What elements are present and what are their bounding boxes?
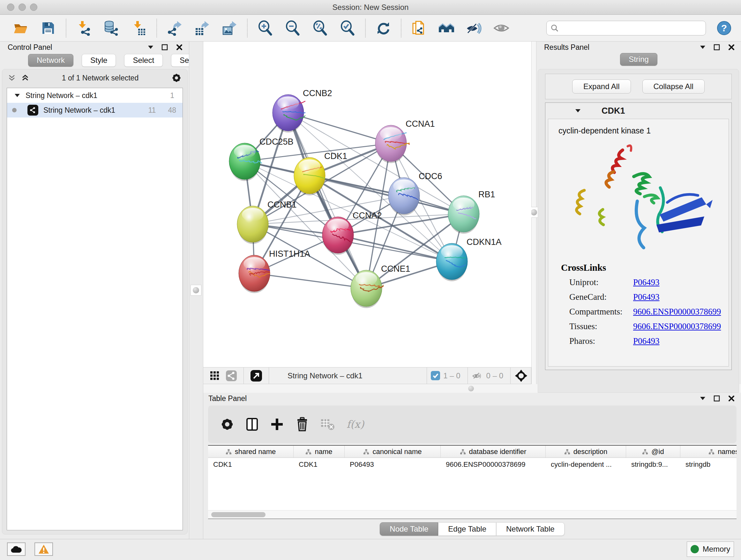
add-column-icon[interactable] [270,417,284,431]
crosslink-value[interactable]: 9606.ENSP00000378699 [633,321,729,331]
column-header-canonical-name[interactable]: canonical name [345,446,441,457]
cloud-status-button[interactable] [7,543,25,556]
save-session-button[interactable] [38,18,58,38]
copy-network-button[interactable] [409,18,429,38]
table-cell[interactable]: stringdb:9... [626,458,680,471]
function-builder-icon[interactable]: f(x) [347,418,364,430]
table-cell[interactable]: CDK1 [208,458,293,471]
node-CCNB2[interactable] [273,95,305,132]
zoom-out-button[interactable] [283,18,302,38]
collapse-all-button[interactable]: Collapse All [643,79,704,94]
search-input[interactable] [561,24,698,32]
table-cell[interactable]: stringdb [680,458,737,471]
table-row[interactable]: CDK1CDK1P064939606.ENSP00000378699cyclin… [208,458,737,471]
tab-edge-table[interactable]: Edge Table [438,522,496,536]
table-settings-gear-icon[interactable] [220,417,234,431]
refresh-layout-button[interactable] [374,18,393,38]
float-panel-icon[interactable] [161,44,168,51]
export-table-button[interactable] [192,18,212,38]
delete-column-trash-icon[interactable] [295,417,309,432]
control-panel-splitter[interactable] [189,42,203,539]
float-panel-icon[interactable] [714,395,720,401]
minimize-window-button[interactable] [18,3,26,11]
node-CDC6[interactable] [388,178,420,215]
splitter-grip[interactable] [468,386,474,391]
node-HIST1H1A[interactable] [239,255,270,293]
columns-icon[interactable] [246,417,259,431]
table-cell[interactable]: cyclin-dependent ... [546,458,626,471]
zoom-fit-button[interactable] [310,18,330,38]
float-panel-icon[interactable] [714,44,720,51]
import-network-button[interactable] [74,18,94,38]
table-cell[interactable]: 9606.ENSP00000378699 [441,458,546,471]
pan-crosshair-icon[interactable] [515,369,528,382]
tab-select[interactable]: Select [124,54,163,67]
crosslink-value[interactable]: 9606.ENSP00000378699 [633,307,729,317]
panel-menu-icon[interactable] [700,397,705,400]
tab-style[interactable]: Style [82,54,116,67]
zoom-selected-button[interactable] [338,18,357,38]
table-cell[interactable]: CDK1 [293,458,345,471]
expand-all-icon[interactable] [21,74,29,82]
node-RB1[interactable] [448,196,479,234]
scrollbar-thumb[interactable] [211,512,266,517]
hide-selected-button[interactable] [464,18,484,38]
table-cell[interactable]: P06493 [345,458,441,471]
column-header-name[interactable]: name [293,446,345,457]
table-horizontal-scrollbar[interactable] [208,510,737,518]
zoom-window-button[interactable] [30,3,37,11]
collection-disclosure-icon[interactable] [15,94,20,97]
crosslink-value[interactable]: P06493 [633,292,729,302]
selected-checkbox[interactable] [431,371,440,380]
edge-CCNE1-HIST1H1A[interactable] [254,273,366,288]
network-options-gear-icon[interactable] [172,73,182,83]
expand-all-button[interactable]: Expand All [572,79,630,94]
splitter-grip[interactable] [191,285,201,296]
warnings-button[interactable] [35,543,53,556]
help-button[interactable]: ? [717,21,731,36]
network-collection-row[interactable]: String Network – cdk1 1 [7,88,183,103]
close-panel-icon[interactable] [728,44,735,51]
close-panel-icon[interactable] [176,44,183,51]
network-overview-button[interactable] [224,369,239,383]
column-header-database-identifier[interactable]: database identifier [441,446,546,457]
tab-node-table[interactable]: Node Table [380,522,438,536]
panel-menu-icon[interactable] [148,46,153,49]
close-panel-icon[interactable] [728,395,735,401]
export-network-button[interactable] [165,18,185,38]
zoom-in-button[interactable] [255,18,275,38]
delete-table-icon[interactable] [320,418,335,431]
memory-button[interactable]: Memory [687,542,734,557]
open-in-window-button[interactable] [249,369,264,383]
node-CCNE1[interactable] [351,270,383,308]
open-file-button[interactable] [11,18,30,38]
collapse-all-icon[interactable] [8,74,16,82]
column-header-description[interactable]: description [546,446,626,457]
node-CDKN1A[interactable] [436,243,468,281]
import-table-button[interactable] [129,18,149,38]
edge-CCNA2-CDKN1A[interactable] [338,235,452,261]
tab-string[interactable]: String [620,53,657,66]
gene-section-header[interactable]: CDK1 [545,103,731,119]
import-database-button[interactable] [102,18,121,38]
tab-network[interactable]: Network [28,54,73,67]
network-graph[interactable]: CCNB2CCNA1CDC25BCDK1CDC6RB1CCNB1CCNA2CDK… [203,42,531,367]
node-CCNA1[interactable] [375,125,409,163]
network-canvas[interactable]: CCNB2CCNA1CDC25BCDK1CDC6RB1CCNB1CCNA2CDK… [203,42,531,367]
column-header--id[interactable]: @id [626,446,680,457]
panel-menu-icon[interactable] [700,46,705,49]
export-image-button[interactable] [219,18,239,38]
node-CCNB1[interactable] [237,206,268,244]
column-header-namespace[interactable]: namespace [680,446,737,457]
show-all-button[interactable] [491,18,511,38]
edge-CCNB2-CCNE1[interactable] [288,113,366,288]
node-CDK1[interactable] [294,158,325,195]
crosslink-value[interactable]: P06493 [633,277,729,287]
crosslink-value[interactable]: P06493 [633,336,729,346]
birds-eye-view-button[interactable] [208,369,222,383]
network-row[interactable]: String Network – cdk1 11 48 [7,103,183,118]
section-disclosure-icon[interactable] [576,109,581,112]
results-panel-splitter[interactable] [531,42,536,393]
node-CCNA2[interactable] [322,217,354,255]
first-neighbors-button[interactable] [436,18,456,38]
